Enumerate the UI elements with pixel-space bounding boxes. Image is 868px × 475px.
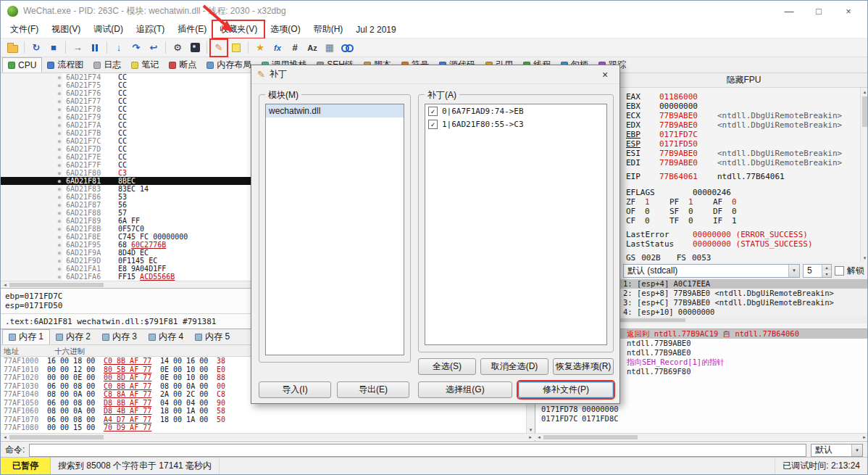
breakpoint-gutter[interactable] [1, 185, 63, 193]
dump-tab[interactable]: 内存 2 [50, 329, 96, 344]
patch-checkbox[interactable]: ✓ [428, 107, 438, 116]
patch-list-item[interactable]: ✓ 0|6A7F1AD9:74->EB [425, 104, 606, 117]
breakpoint-gutter[interactable] [1, 257, 63, 265]
menu-item[interactable]: 收藏夹(V) [213, 21, 264, 38]
register-row[interactable]: ECX 77B9ABE0 <ntdll.DbgUiRemoteBreakin> [626, 111, 868, 120]
menu-item[interactable]: 插件(E) [171, 21, 213, 38]
menu-item[interactable]: 追踪(T) [130, 21, 171, 38]
stop-debug-button[interactable]: ■ [46, 40, 62, 56]
spin-up-icon[interactable]: ▴ [822, 265, 831, 271]
breakpoint-gutter[interactable] [1, 113, 63, 121]
fx-button[interactable]: fx [270, 40, 285, 56]
patch-list-item[interactable]: ✓ 1|6AD21F80:55->C3 [425, 117, 606, 131]
register-row[interactable]: EBX 00000000 [626, 102, 868, 111]
view-tab[interactable]: 流程图 [42, 57, 88, 73]
stack-row[interactable]: 0171FD78 00000000 [535, 405, 868, 414]
settings-gear-button[interactable]: ⚙ [170, 40, 185, 56]
comment-button[interactable] [228, 40, 244, 56]
scroll-right-icon[interactable]: ▸ [526, 434, 535, 441]
run-button[interactable]: → [70, 40, 85, 56]
register-row[interactable]: ESI 77B9ABE0 <ntdll.DbgUiRemoteBreakin> [626, 149, 868, 158]
cpu-flag[interactable]: PF1 [669, 197, 713, 207]
menu-item[interactable]: 视图(V) [45, 21, 87, 38]
calculator-button[interactable]: ▦ [322, 40, 338, 56]
select-group-button[interactable]: 选择组(G) [418, 381, 512, 398]
open-file-button[interactable] [4, 40, 20, 56]
arguments-scrollbar[interactable] [618, 317, 868, 323]
command-profile-select[interactable]: 默认 ▾ [811, 444, 863, 457]
arg-count-spinner[interactable]: 5 ▴▾ [803, 264, 832, 278]
favourites-button[interactable]: ★ [252, 40, 268, 56]
breakpoint-gutter[interactable] [1, 129, 63, 137]
breakpoint-gutter[interactable] [1, 137, 63, 145]
breakpoint-gutter[interactable] [1, 241, 63, 249]
dump-tab[interactable]: 内存 4 [143, 329, 189, 344]
register-row[interactable]: EBP 0171FD7C [626, 130, 868, 139]
select-all-button[interactable]: 全选(S) [418, 358, 476, 375]
register-row-eip[interactable]: EIP 77B64061 ntdll.77B64061 [626, 172, 868, 181]
scroll-up-icon[interactable]: ▴ [861, 88, 868, 96]
menu-item[interactable]: 文件(F) [4, 21, 45, 38]
breakpoint-gutter[interactable] [1, 73, 63, 81]
breakpoint-gutter[interactable] [1, 225, 63, 233]
view-tab[interactable]: 内存布局 [201, 57, 256, 73]
stack-row[interactable]: 0171FD7C 0171FD8C [535, 414, 868, 424]
patches-list[interactable]: ✓ 0|6A7F1AD9:74->EB ✓ 1|6AD21F80:55->C3 [425, 104, 607, 345]
cpu-flag[interactable]: ZF1 [626, 197, 669, 207]
dump-tab[interactable]: 内存 3 [96, 329, 143, 344]
step-into-button[interactable]: ↓ [111, 40, 127, 56]
chevron-down-icon[interactable]: ▾ [788, 265, 799, 277]
dump-row[interactable]: 77AF1060 08 00 0A 00 D8 4B AF 77 18 00 1… [1, 407, 535, 416]
arguments-view[interactable]: 1: [esp+4] A0C17EEA 2: [esp+8] 77B9ABE0 … [618, 279, 868, 317]
hide-fpu-button[interactable]: 隐藏FPU [619, 73, 868, 88]
breakpoint-gutter[interactable] [1, 169, 63, 177]
scrollbar-thumb[interactable] [9, 435, 104, 439]
spin-down-icon[interactable]: ▾ [822, 270, 831, 277]
view-tab[interactable]: CPU [2, 57, 42, 73]
argument-row[interactable]: 4: [esp+10] 00000000 [619, 307, 868, 317]
breakpoint-gutter[interactable] [1, 177, 63, 185]
patch-button[interactable]: ✎ [211, 40, 227, 56]
cpu-flag[interactable]: SF0 [669, 207, 713, 216]
cpu-flag[interactable]: IF1 [713, 216, 756, 226]
patch-file-button[interactable]: 修补文件(P) [518, 381, 614, 398]
dump-tab[interactable]: 内存 1 [2, 329, 50, 344]
restore-selected-button[interactable]: 恢复选择项(R) [553, 358, 614, 375]
view-tab[interactable]: 笔记 [126, 57, 164, 73]
minimize-button[interactable]: — [777, 3, 801, 19]
patch-checkbox[interactable]: ✓ [428, 120, 438, 129]
unlock-checkbox[interactable] [835, 266, 844, 276]
dump-tab[interactable]: 内存 5 [189, 329, 235, 344]
restart-button[interactable]: ↻ [28, 40, 44, 56]
dialog-title-bar[interactable]: ✎ 补丁 × [251, 65, 619, 84]
register-row[interactable]: ESP 0171FD50 [626, 139, 868, 149]
cpu-flag[interactable]: TF0 [669, 216, 713, 226]
export-button[interactable]: 导出(E) [337, 381, 409, 398]
spy-window-button[interactable] [187, 40, 203, 56]
text-button[interactable]: Az [304, 40, 320, 56]
dump-row[interactable]: 77AF1080 00 00 15 00 70 D9 AF 77 [1, 424, 535, 432]
breakpoint-gutter[interactable] [1, 273, 63, 281]
scroll-right-icon[interactable]: ▸ [860, 434, 868, 441]
breakpoint-gutter[interactable] [1, 193, 63, 201]
view-tab[interactable]: 日志 [88, 57, 126, 73]
scrollbar-thumb[interactable] [620, 318, 685, 322]
register-row[interactable]: EAX 01186000 [626, 92, 868, 102]
menu-item[interactable]: Jul 2 2019 [349, 22, 402, 37]
menu-item[interactable]: 调试(D) [87, 21, 130, 38]
cpu-flag[interactable]: AF0 [713, 197, 756, 207]
breakpoint-gutter[interactable] [1, 145, 63, 153]
breakpoint-gutter[interactable] [1, 89, 63, 97]
registers-view[interactable]: EAX 01186000 EBX 00000000 ECX 77B9ABE0 < [619, 88, 868, 263]
watch-button[interactable] [339, 40, 355, 56]
argument-row[interactable]: 1: [esp+4] A0C17EEA [619, 279, 868, 289]
stack-horizontal-scrollbar[interactable]: ◂ ▸ [535, 433, 868, 440]
breakpoint-gutter[interactable] [1, 81, 63, 89]
argument-row[interactable]: 2: [esp+8] 77B9ABE0 <ntdll.DbgUiRemoteBr… [619, 289, 868, 298]
scrollbar-thumb[interactable] [862, 96, 867, 127]
menu-item[interactable]: 帮助(H) [307, 21, 350, 38]
breakpoint-gutter[interactable] [1, 209, 63, 217]
registers-scrollbar[interactable]: ▴ ▾ [860, 88, 868, 262]
breakpoint-gutter[interactable] [1, 249, 63, 257]
strings-button[interactable]: # [287, 40, 303, 56]
